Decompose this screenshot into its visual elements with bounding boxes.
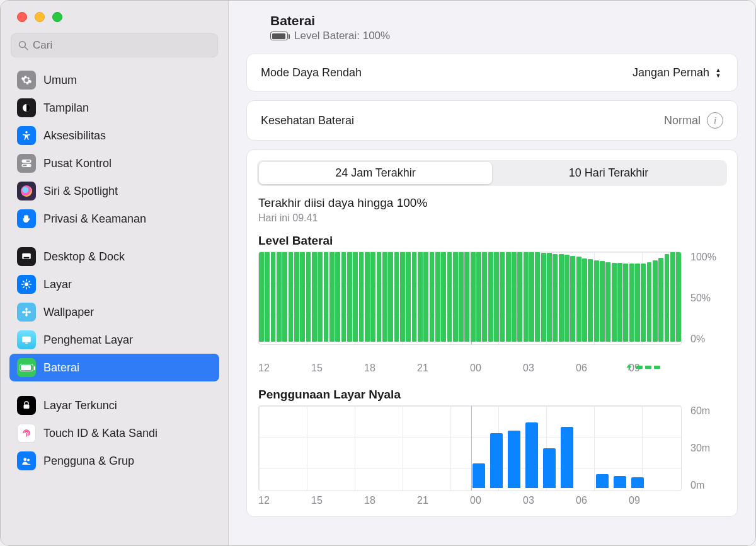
battery-icon	[17, 358, 36, 377]
sidebar-nav: Umum Tampilan Aksesibilitas	[1, 66, 228, 545]
sidebar-item-siri[interactable]: Siri & Spotlight	[9, 177, 219, 205]
sidebar-search[interactable]	[11, 33, 218, 57]
svg-point-22	[22, 311, 25, 313]
sidebar-item-layar[interactable]: Layar	[9, 270, 219, 298]
screen-on-chart-x-labels: 1215182100030609	[258, 491, 682, 511]
low-power-row[interactable]: Mode Daya Rendah Jangan Pernah ▲▼	[247, 54, 737, 91]
sidebar-item-label: Pusat Kontrol	[43, 157, 112, 170]
sidebar-item-aksesibilitas[interactable]: Aksesibilitas	[9, 122, 219, 149]
screen-on-chart-title: Penggunaan Layar Nyala	[258, 388, 726, 402]
tab-last-10d[interactable]: 10 Hari Terakhir	[492, 162, 725, 184]
battery-health-label: Kesehatan Baterai	[261, 114, 354, 127]
content-pane: Baterai Level Baterai: 100% Mode Daya Re…	[229, 1, 755, 545]
lock-screen-icon	[17, 396, 36, 415]
search-icon	[18, 40, 29, 51]
search-input[interactable]	[33, 39, 211, 52]
page-title: Baterai	[270, 13, 315, 28]
low-power-value: Jangan Pernah	[633, 66, 709, 79]
svg-point-21	[25, 313, 27, 317]
battery-level-subtitle: Level Baterai: 100%	[270, 30, 738, 42]
svg-point-27	[23, 458, 26, 461]
minimize-window-dot[interactable]	[35, 12, 45, 22]
time-range-segmented: 24 Jam Terakhir 10 Hari Terakhir	[257, 160, 727, 186]
bolt-icon	[625, 361, 634, 373]
close-window-dot[interactable]	[17, 12, 27, 22]
low-power-card: Mode Daya Rendah Jangan Pernah ▲▼	[246, 54, 738, 91]
info-icon[interactable]: i	[707, 112, 723, 129]
battery-chart-y-labels: 100%50%0%	[690, 252, 726, 345]
low-power-select[interactable]: Jangan Pernah ▲▼	[633, 66, 723, 79]
battery-level-text: Level Baterai: 100%	[294, 30, 390, 42]
screensaver-icon	[17, 330, 36, 349]
wallpaper-flower-icon	[17, 303, 36, 322]
svg-rect-26	[24, 405, 30, 409]
screen-on-chart-block: Penggunaan Layar Nyala 1215182100030609 …	[247, 384, 737, 516]
sidebar-item-label: Baterai	[43, 361, 79, 375]
siri-icon	[17, 182, 36, 200]
screen-on-chart-y-labels: 60m30m0m	[690, 405, 726, 491]
svg-rect-25	[25, 343, 28, 344]
sidebar: Umum Tampilan Aksesibilitas	[1, 1, 229, 545]
display-brightness-icon	[17, 275, 36, 294]
desktop-dock-icon	[17, 247, 36, 266]
svg-line-18	[29, 281, 30, 282]
sidebar-item-label: Umum	[43, 74, 77, 87]
sidebar-item-label: Siri & Spotlight	[43, 185, 118, 198]
svg-rect-24	[22, 337, 31, 342]
svg-point-23	[28, 311, 31, 313]
sidebar-item-label: Layar Terkunci	[43, 399, 117, 412]
svg-point-28	[27, 459, 30, 462]
battery-health-row[interactable]: Kesehatan Baterai Normal i	[247, 101, 737, 140]
svg-line-16	[29, 287, 30, 288]
sidebar-item-label: Penghemat Layar	[43, 334, 133, 347]
last-charged-section: Terakhir diisi daya hingga 100% Hari ini…	[247, 194, 737, 230]
svg-line-17	[23, 287, 25, 288]
last-charged-time: Hari ini 09.41	[258, 212, 726, 224]
battery-level-chart-title: Level Baterai	[258, 234, 726, 248]
sidebar-item-wallpaper[interactable]: Wallpaper	[9, 298, 219, 326]
sidebar-item-label: Layar	[43, 278, 72, 291]
svg-line-15	[23, 281, 25, 282]
charging-indicator	[258, 345, 682, 359]
sidebar-item-label: Tampilan	[43, 102, 89, 115]
sidebar-item-pusat-kontrol[interactable]: Pusat Kontrol	[9, 149, 219, 177]
sidebar-item-penghemat[interactable]: Penghemat Layar	[9, 326, 219, 354]
zoom-window-dot[interactable]	[52, 12, 62, 22]
sidebar-item-label: Wallpaper	[43, 306, 94, 319]
battery-level-chart-block: Level Baterai 12151821	[247, 230, 737, 384]
battery-full-icon	[270, 32, 288, 40]
tab-last-24h[interactable]: 24 Jam Terakhir	[259, 162, 492, 184]
privacy-hand-icon	[17, 209, 36, 228]
sidebar-item-umum[interactable]: Umum	[9, 66, 219, 94]
sidebar-item-privasi[interactable]: Privasi & Keamanan	[9, 205, 219, 233]
last-charged-title: Terakhir diisi daya hingga 100%	[258, 196, 726, 210]
settings-window: Umum Tampilan Aksesibilitas	[0, 0, 756, 546]
sidebar-item-label: Desktop & Dock	[43, 250, 125, 264]
svg-point-19	[25, 311, 28, 313]
svg-point-3	[25, 131, 27, 133]
battery-chart-x-labels: 1215182100030609	[258, 359, 682, 379]
gear-icon	[17, 71, 36, 90]
screen-on-chart	[258, 405, 682, 491]
users-icon	[17, 451, 36, 470]
sidebar-item-label: Touch ID & Kata Sandi	[43, 427, 158, 440]
svg-point-20	[25, 308, 27, 311]
low-power-label: Mode Daya Rendah	[261, 66, 362, 79]
window-traffic-lights	[1, 7, 228, 33]
sidebar-item-label: Pengguna & Grup	[43, 455, 134, 468]
appearance-icon	[17, 98, 36, 117]
svg-point-10	[25, 282, 28, 286]
sidebar-item-desktop-dock[interactable]: Desktop & Dock	[9, 243, 219, 270]
battery-level-chart	[258, 252, 682, 345]
accessibility-icon	[17, 126, 36, 145]
sidebar-item-baterai[interactable]: Baterai	[9, 354, 219, 381]
svg-point-7	[27, 165, 30, 167]
battery-health-card: Kesehatan Baterai Normal i	[246, 100, 738, 141]
sidebar-item-touchid[interactable]: Touch ID & Kata Sandi	[9, 419, 219, 447]
chevron-up-down-icon: ▲▼	[713, 66, 723, 79]
sidebar-item-label: Privasi & Keamanan	[43, 212, 146, 226]
sidebar-item-pengguna[interactable]: Pengguna & Grup	[9, 447, 219, 475]
svg-rect-9	[24, 257, 30, 258]
sidebar-item-tampilan[interactable]: Tampilan	[9, 94, 219, 122]
sidebar-item-layar-terkunci[interactable]: Layar Terkunci	[9, 392, 219, 419]
